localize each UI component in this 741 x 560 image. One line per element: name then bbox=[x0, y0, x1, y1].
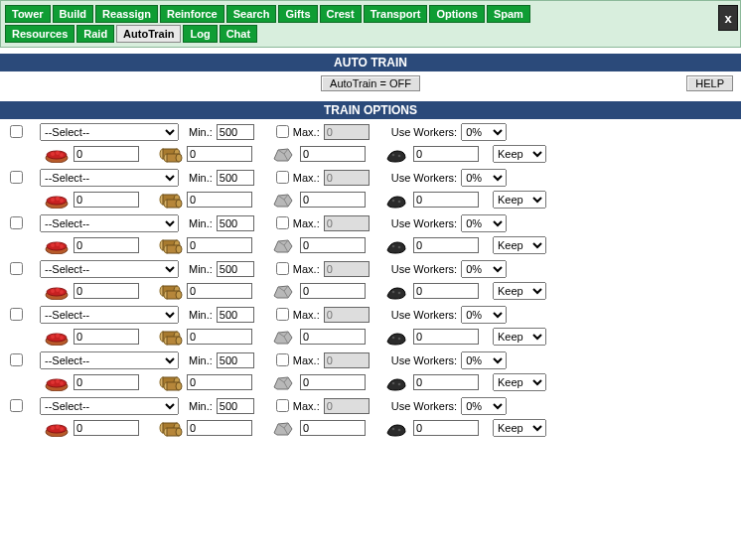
nav-reinforce[interactable]: Reinforce bbox=[160, 5, 224, 23]
workers-select[interactable]: 0% bbox=[461, 260, 507, 278]
unit-select[interactable]: --Select-- bbox=[40, 306, 179, 324]
wood-input[interactable] bbox=[187, 237, 252, 253]
stone-input[interactable] bbox=[300, 374, 366, 390]
food-input[interactable] bbox=[74, 146, 139, 162]
close-button[interactable]: x bbox=[718, 5, 738, 31]
food-input[interactable] bbox=[74, 237, 139, 253]
food-input[interactable] bbox=[74, 329, 139, 345]
min-input[interactable] bbox=[217, 352, 254, 368]
min-input[interactable] bbox=[217, 124, 254, 140]
train-row: --Select-- Min.: Max.: Use Workers: 0% bbox=[4, 302, 737, 348]
unit-select[interactable]: --Select-- bbox=[40, 214, 179, 232]
ore-input[interactable] bbox=[413, 329, 479, 345]
max-input[interactable] bbox=[324, 307, 370, 323]
food-icon bbox=[44, 328, 70, 346]
max-checkbox[interactable] bbox=[276, 353, 289, 366]
enable-checkbox[interactable] bbox=[10, 262, 23, 275]
nav-transport[interactable]: Transport bbox=[364, 5, 428, 23]
stone-input[interactable] bbox=[300, 329, 366, 345]
food-input[interactable] bbox=[74, 374, 139, 390]
workers-select[interactable]: 0% bbox=[461, 214, 507, 232]
keep-select[interactable]: Keep bbox=[493, 419, 546, 437]
keep-select[interactable]: Keep bbox=[493, 191, 546, 209]
stone-input[interactable] bbox=[300, 283, 366, 299]
keep-select[interactable]: Keep bbox=[493, 373, 546, 391]
wood-input[interactable] bbox=[187, 192, 252, 208]
max-checkbox[interactable] bbox=[276, 171, 289, 184]
unit-select[interactable]: --Select-- bbox=[40, 397, 179, 415]
max-input[interactable] bbox=[324, 352, 370, 368]
max-checkbox[interactable] bbox=[276, 125, 289, 138]
unit-select[interactable]: --Select-- bbox=[40, 123, 179, 141]
food-icon bbox=[44, 191, 70, 209]
wood-input[interactable] bbox=[187, 329, 252, 345]
max-input[interactable] bbox=[324, 170, 370, 186]
ore-input[interactable] bbox=[413, 374, 479, 390]
enable-checkbox[interactable] bbox=[10, 353, 23, 366]
stone-icon bbox=[270, 328, 296, 346]
keep-select[interactable]: Keep bbox=[493, 282, 546, 300]
stone-input[interactable] bbox=[300, 192, 366, 208]
max-input[interactable] bbox=[324, 215, 370, 231]
max-checkbox[interactable] bbox=[276, 216, 289, 229]
nav-build[interactable]: Build bbox=[53, 5, 94, 23]
workers-select[interactable]: 0% bbox=[461, 397, 507, 415]
autotrain-toggle-button[interactable]: AutoTrain = OFF bbox=[321, 75, 420, 91]
keep-select[interactable]: Keep bbox=[493, 328, 546, 346]
enable-checkbox[interactable] bbox=[10, 216, 23, 229]
max-checkbox[interactable] bbox=[276, 399, 289, 412]
food-input[interactable] bbox=[74, 283, 139, 299]
stone-input[interactable] bbox=[300, 420, 366, 436]
unit-select[interactable]: --Select-- bbox=[40, 351, 179, 369]
nav-log[interactable]: Log bbox=[183, 25, 217, 43]
stone-input[interactable] bbox=[300, 237, 366, 253]
nav-chat[interactable]: Chat bbox=[220, 25, 257, 43]
workers-select[interactable]: 0% bbox=[461, 123, 507, 141]
min-input[interactable] bbox=[217, 307, 254, 323]
help-button[interactable]: HELP bbox=[686, 75, 733, 91]
ore-input[interactable] bbox=[413, 237, 479, 253]
workers-select[interactable]: 0% bbox=[461, 169, 507, 187]
use-workers-label: Use Workers: bbox=[391, 126, 457, 138]
workers-select[interactable]: 0% bbox=[461, 306, 507, 324]
max-input[interactable] bbox=[324, 398, 370, 414]
nav-tower[interactable]: Tower bbox=[5, 5, 51, 23]
food-input[interactable] bbox=[74, 192, 139, 208]
ore-input[interactable] bbox=[413, 146, 479, 162]
wood-input[interactable] bbox=[187, 374, 252, 390]
min-input[interactable] bbox=[217, 215, 254, 231]
nav-search[interactable]: Search bbox=[226, 5, 277, 23]
enable-checkbox[interactable] bbox=[10, 171, 23, 184]
keep-select[interactable]: Keep bbox=[493, 145, 546, 163]
enable-checkbox[interactable] bbox=[10, 399, 23, 412]
ore-input[interactable] bbox=[413, 283, 479, 299]
nav-spam[interactable]: Spam bbox=[487, 5, 530, 23]
ore-input[interactable] bbox=[413, 192, 479, 208]
workers-select[interactable]: 0% bbox=[461, 351, 507, 369]
min-input[interactable] bbox=[217, 261, 254, 277]
max-checkbox[interactable] bbox=[276, 262, 289, 275]
max-input[interactable] bbox=[324, 261, 370, 277]
nav-gifts[interactable]: Gifts bbox=[278, 5, 317, 23]
nav-reassign[interactable]: Reassign bbox=[95, 5, 158, 23]
unit-select[interactable]: --Select-- bbox=[40, 169, 179, 187]
nav-options[interactable]: Options bbox=[429, 5, 485, 23]
nav-raid[interactable]: Raid bbox=[76, 25, 114, 43]
max-checkbox[interactable] bbox=[276, 308, 289, 321]
keep-select[interactable]: Keep bbox=[493, 236, 546, 254]
stone-input[interactable] bbox=[300, 146, 366, 162]
nav-autotrain[interactable]: AutoTrain bbox=[116, 25, 181, 43]
food-input[interactable] bbox=[74, 420, 139, 436]
wood-input[interactable] bbox=[187, 146, 252, 162]
wood-input[interactable] bbox=[187, 420, 252, 436]
wood-input[interactable] bbox=[187, 283, 252, 299]
max-input[interactable] bbox=[324, 124, 370, 140]
nav-crest[interactable]: Crest bbox=[320, 5, 362, 23]
unit-select[interactable]: --Select-- bbox=[40, 260, 179, 278]
ore-input[interactable] bbox=[413, 420, 479, 436]
min-input[interactable] bbox=[217, 398, 254, 414]
enable-checkbox[interactable] bbox=[10, 308, 23, 321]
nav-resources[interactable]: Resources bbox=[5, 25, 74, 43]
enable-checkbox[interactable] bbox=[10, 125, 23, 138]
min-input[interactable] bbox=[217, 170, 254, 186]
